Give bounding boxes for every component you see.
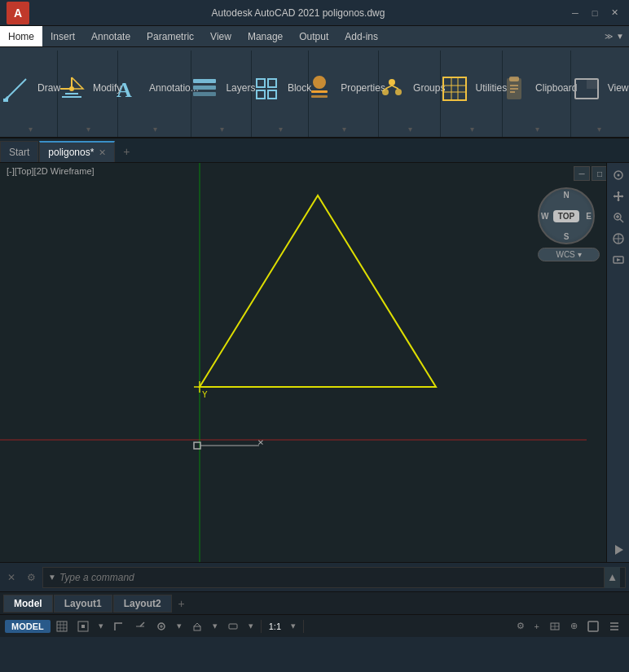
menu-addins[interactable]: Add-ins: [336, 26, 386, 46]
layers-icon: [188, 72, 221, 105]
menu-output[interactable]: Output: [291, 26, 336, 46]
cmd-settings-btn[interactable]: ⚙: [23, 569, 39, 586]
cmd-dropdown-icon[interactable]: ▼: [48, 573, 56, 582]
compass-top-button[interactable]: TOP: [553, 210, 579, 222]
window-controls: ─ □ ✕: [567, 6, 622, 20]
status-otrack-dropdown[interactable]: ▾: [173, 617, 186, 635]
maximize-button[interactable]: □: [587, 6, 603, 20]
annotate-expand[interactable]: ▾: [130, 125, 179, 134]
view-expand[interactable]: ▾: [575, 125, 624, 134]
status-model-label[interactable]: MODEL: [5, 620, 51, 633]
menu-expand[interactable]: ≫ ▼: [600, 32, 629, 41]
rt-steering-btn[interactable]: [609, 230, 627, 248]
cmd-arrow-btn[interactable]: ▲: [604, 567, 620, 588]
svg-rect-11: [268, 90, 276, 99]
svg-point-12: [314, 77, 325, 88]
cmd-input[interactable]: [59, 572, 600, 583]
svg-point-16: [382, 89, 389, 95]
drawing-canvas[interactable]: Y ×: [0, 163, 629, 562]
status-dynucs-toggle[interactable]: [187, 617, 207, 635]
minimize-button[interactable]: ─: [567, 6, 583, 20]
status-snap-toggle[interactable]: [73, 617, 93, 635]
cmd-close-btn[interactable]: ✕: [3, 569, 20, 586]
status-tp-dropdown[interactable]: ▾: [244, 617, 257, 635]
rt-orbit-btn[interactable]: [609, 166, 627, 184]
menu-insert[interactable]: Insert: [42, 26, 83, 46]
layers-expand[interactable]: ▾: [197, 125, 246, 134]
ribbon-tools: Draw ▾ Modify: [0, 47, 629, 137]
status-isodraft[interactable]: [545, 617, 565, 635]
rt-play-btn[interactable]: [609, 541, 627, 559]
tab-poligonos[interactable]: poligonos* ✕: [39, 141, 115, 162]
status-dyn-toggle[interactable]: ▾: [209, 617, 222, 635]
status-polar-toggle[interactable]: [130, 617, 150, 635]
block-expand[interactable]: ▾: [257, 125, 306, 134]
viewport-maximize[interactable]: □: [592, 166, 608, 181]
ribbon-group-properties: Properties ▾: [310, 51, 379, 137]
ribbon-group-layers: Layers ▾: [193, 51, 252, 137]
status-custmize[interactable]: [605, 617, 624, 635]
rt-showmotion-btn[interactable]: [609, 251, 627, 269]
svg-text:A: A: [117, 78, 132, 102]
compass: N S E W TOP WCS ▾: [538, 187, 600, 285]
svg-line-19: [392, 86, 398, 89]
tab-start-label: Start: [9, 147, 29, 158]
layout-add-button[interactable]: +: [173, 595, 191, 613]
menu-bar: Home Insert Annotate Parametric View Man…: [0, 26, 629, 47]
status-grid-toggle[interactable]: [52, 617, 72, 635]
ribbon: Draw ▾ Modify: [0, 47, 629, 138]
utilities-icon: [438, 72, 471, 105]
status-workspace-switcher[interactable]: +: [530, 617, 543, 635]
svg-rect-70: [588, 621, 598, 631]
compass-ring[interactable]: N S E W TOP: [538, 187, 595, 244]
properties-expand[interactable]: ▾: [320, 125, 369, 134]
status-annotation-scale[interactable]: ⚙: [512, 617, 529, 635]
svg-rect-66: [229, 624, 237, 629]
view-button[interactable]: View: [565, 69, 629, 108]
wcs-button[interactable]: WCS ▾: [538, 248, 600, 261]
menu-parametric[interactable]: Parametric: [139, 26, 202, 46]
tab-close-icon[interactable]: ✕: [99, 147, 106, 158]
rt-zoom-btn[interactable]: [609, 209, 627, 226]
utilities-expand[interactable]: ▾: [448, 125, 497, 134]
menu-view[interactable]: View: [202, 26, 240, 46]
tab-start[interactable]: Start: [0, 141, 38, 162]
menu-annotate[interactable]: Annotate: [83, 26, 139, 46]
modify-expand[interactable]: ▾: [64, 125, 113, 134]
close-button[interactable]: ✕: [606, 6, 622, 20]
status-sep1: [261, 620, 262, 633]
layout-tab-model[interactable]: Model: [3, 595, 53, 613]
status-osnap-toggle[interactable]: [152, 617, 171, 635]
status-scale[interactable]: 1:1: [265, 617, 285, 635]
ribbon-group-clipboard: Clipboard ▾: [504, 51, 571, 137]
viewport-minimize[interactable]: ─: [574, 166, 590, 181]
view-tools: View: [565, 52, 629, 125]
status-snap-dropdown[interactable]: ▾: [95, 617, 108, 635]
viewport[interactable]: [-][Top][2D Wireframe] ─ □ ✕ Y ×: [0, 163, 629, 562]
svg-point-15: [389, 79, 395, 86]
menu-home[interactable]: Home: [0, 26, 42, 46]
title-bar: A Autodesk AutoCAD 2021 poligonos.dwg ─ …: [0, 0, 629, 26]
status-lw-toggle[interactable]: [223, 617, 243, 635]
profile-icon: ▼: [616, 32, 624, 41]
modify-icon: [55, 72, 88, 105]
clipboard-expand[interactable]: ▾: [513, 125, 562, 134]
svg-marker-52: [615, 545, 623, 555]
status-ortho-toggle[interactable]: [109, 617, 129, 635]
layout-tabs: Model Layout1 Layout2 +: [0, 591, 629, 614]
svg-rect-5: [193, 79, 216, 83]
draw-expand[interactable]: ▾: [6, 125, 55, 134]
layout-tab-layout1[interactable]: Layout1: [54, 595, 112, 613]
tab-bar: Start poligonos* ✕ +: [0, 138, 629, 163]
status-hardwareaccel[interactable]: ⊕: [566, 617, 582, 635]
layout-tab-layout2[interactable]: Layout2: [113, 595, 172, 613]
groups-expand[interactable]: ▾: [386, 125, 435, 134]
menu-manage[interactable]: Manage: [240, 26, 291, 46]
status-cleanscreen[interactable]: [583, 617, 603, 635]
rt-pan-btn[interactable]: [609, 187, 627, 205]
tab-add-button[interactable]: +: [116, 141, 137, 162]
expand-icon: ≫: [605, 32, 613, 41]
status-scale-dropdown[interactable]: ▾: [287, 617, 300, 635]
app-logo: A: [7, 2, 29, 24]
svg-rect-20: [443, 77, 466, 100]
